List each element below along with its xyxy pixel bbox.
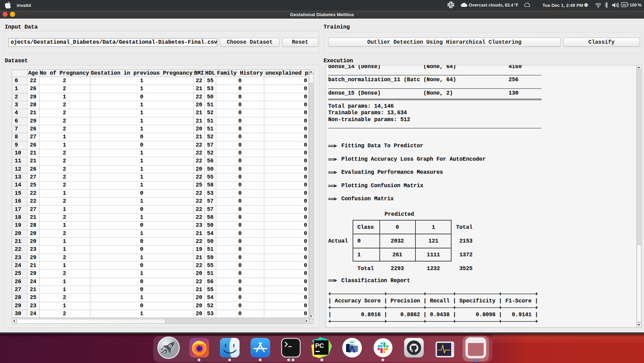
svg-text:PC: PC — [315, 342, 324, 349]
svg-text:3G: 3G — [622, 3, 626, 7]
